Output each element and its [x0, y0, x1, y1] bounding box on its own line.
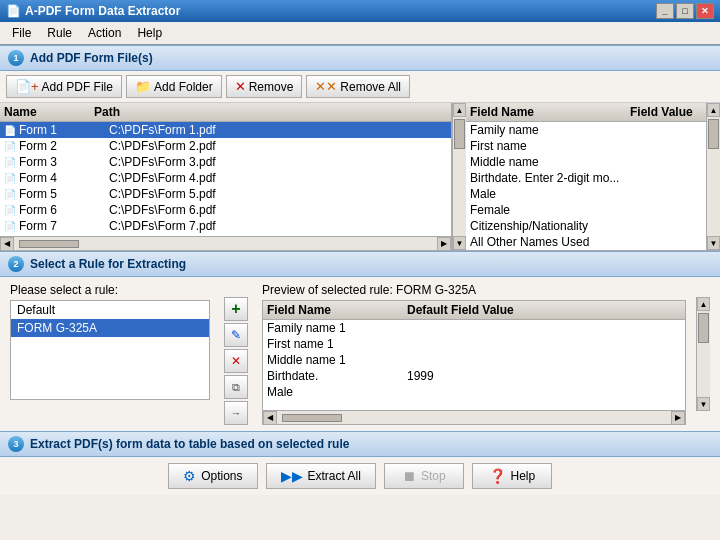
section3-title: Extract PDF(s) form data to table based … — [30, 437, 349, 451]
preview-vscroll-thumb[interactable] — [698, 313, 709, 343]
help-button[interactable]: ❓ Help — [472, 463, 552, 489]
section3-header: 3 Extract PDF(s) form data to table base… — [0, 431, 720, 457]
field-table-body[interactable]: Family nameFirst nameMiddle nameBirthdat… — [466, 122, 706, 250]
rule-edit-button[interactable]: ✎ — [224, 323, 248, 347]
preview-vscroll-down[interactable]: ▼ — [697, 397, 710, 411]
rule-item[interactable]: FORM G-325A — [11, 319, 209, 337]
extract-all-button[interactable]: ▶▶ Extract All — [266, 463, 376, 489]
field-row[interactable]: Family name — [466, 122, 706, 138]
close-button[interactable]: ✕ — [696, 3, 714, 19]
section2: 2 Select a Rule for Extracting Please se… — [0, 251, 720, 431]
title-bar: 📄 A-PDF Form Data Extractor _ □ ✕ — [0, 0, 720, 22]
section3: 3 Extract PDF(s) form data to table base… — [0, 431, 720, 495]
vscroll-thumb[interactable] — [454, 119, 465, 149]
file-row[interactable]: 📄Form 6C:\PDFs\Form 6.pdf — [0, 202, 451, 218]
files-vscroll[interactable]: ▲ ▼ — [452, 103, 466, 250]
col-preview-value: Default Field Value — [407, 303, 681, 317]
pdf-icon: 📄 — [4, 125, 16, 136]
main-content: 1 Add PDF Form File(s) 📄+ Add PDF File 📁… — [0, 45, 720, 540]
pdf-icon: 📄 — [4, 157, 16, 168]
minimize-button[interactable]: _ — [656, 3, 674, 19]
files-hscroll[interactable]: ◀ ▶ — [0, 236, 451, 250]
hscroll-thumb[interactable] — [19, 240, 79, 248]
field-row[interactable]: Citizenship/Nationality — [466, 218, 706, 234]
rule-item[interactable]: Default — [11, 301, 209, 319]
file-row[interactable]: 📄Form 3C:\PDFs\Form 3.pdf — [0, 154, 451, 170]
file-row[interactable]: 📄Form 2C:\PDFs\Form 2.pdf — [0, 138, 451, 154]
pdf-icon: 📄 — [4, 221, 16, 232]
preview-hscroll-track[interactable] — [277, 413, 671, 423]
hscroll-track[interactable] — [14, 239, 437, 249]
vscroll-track[interactable] — [453, 117, 466, 236]
preview-row[interactable]: Male — [263, 384, 685, 400]
field-row[interactable]: All Other Names Used (Incl... — [466, 234, 706, 250]
hscroll-right[interactable]: ▶ — [437, 237, 451, 251]
window-title: A-PDF Form Data Extractor — [25, 4, 180, 18]
field-row[interactable]: First name — [466, 138, 706, 154]
section2-content: Please select a rule: DefaultFORM G-325A… — [0, 277, 720, 431]
section1-header: 1 Add PDF Form File(s) — [0, 45, 720, 71]
add-folder-button[interactable]: 📁 Add Folder — [126, 75, 222, 98]
menu-action[interactable]: Action — [80, 24, 129, 42]
section2-title: Select a Rule for Extracting — [30, 257, 186, 271]
menu-file[interactable]: File — [4, 24, 39, 42]
field-row[interactable]: Birthdate. Enter 2-digit mo... — [466, 170, 706, 186]
col-preview-name: Field Name — [267, 303, 407, 317]
file-row[interactable]: 📄Form 7C:\PDFs\Form 7.pdf — [0, 218, 451, 234]
pdf-icon: 📄 — [4, 189, 16, 200]
field-vscroll-track[interactable] — [707, 117, 720, 236]
field-vscroll-thumb[interactable] — [708, 119, 719, 149]
preview-row[interactable]: Middle name 1 — [263, 352, 685, 368]
remove-all-icon: ✕✕ — [315, 79, 337, 94]
field-vscroll-down[interactable]: ▼ — [707, 236, 720, 250]
field-table-header: Field Name Field Value — [466, 103, 706, 122]
files-table-header: Name Path — [0, 103, 451, 122]
files-table-body[interactable]: 📄Form 1C:\PDFs\Form 1.pdf📄Form 2C:\PDFs\… — [0, 122, 451, 236]
add-folder-icon: 📁 — [135, 79, 151, 94]
rule-list[interactable]: DefaultFORM G-325A — [10, 300, 210, 400]
field-vscroll-up[interactable]: ▲ — [707, 103, 720, 117]
section1-title: Add PDF Form File(s) — [30, 51, 153, 65]
rule-export-button[interactable]: → — [224, 401, 248, 425]
preview-hscroll-thumb[interactable] — [282, 414, 342, 422]
app-icon: 📄 — [6, 4, 21, 18]
file-row[interactable]: 📄Form 4C:\PDFs\Form 4.pdf — [0, 170, 451, 186]
preview-vscroll-track[interactable] — [697, 311, 710, 397]
hscroll-left[interactable]: ◀ — [0, 237, 14, 251]
stop-button[interactable]: ⏹ Stop — [384, 463, 464, 489]
preview-body[interactable]: Family name 1First name 1Middle name 1Bi… — [263, 320, 685, 410]
menu-help[interactable]: Help — [129, 24, 170, 42]
preview-vscroll-up[interactable]: ▲ — [697, 297, 710, 311]
add-pdf-button[interactable]: 📄+ Add PDF File — [6, 75, 122, 98]
step3-circle: 3 — [8, 436, 24, 452]
preview-hscroll-right[interactable]: ▶ — [671, 411, 685, 425]
field-row[interactable]: Female — [466, 202, 706, 218]
field-row[interactable]: Male — [466, 186, 706, 202]
options-button[interactable]: ⚙ Options — [168, 463, 257, 489]
extract-icon: ▶▶ — [281, 468, 303, 484]
rule-add-button[interactable]: + — [224, 297, 248, 321]
preview-vscroll[interactable]: ▲ ▼ — [696, 297, 710, 411]
field-table: Field Name Field Value Family nameFirst … — [466, 103, 706, 250]
field-row[interactable]: Middle name — [466, 154, 706, 170]
file-row[interactable]: 📄Form 1C:\PDFs\Form 1.pdf — [0, 122, 451, 138]
menu-rule[interactable]: Rule — [39, 24, 80, 42]
remove-all-button[interactable]: ✕✕ Remove All — [306, 75, 410, 98]
maximize-button[interactable]: □ — [676, 3, 694, 19]
vscroll-down[interactable]: ▼ — [453, 236, 466, 250]
preview-row[interactable]: Family name 1 — [263, 320, 685, 336]
file-row[interactable]: 📄Form 5C:\PDFs\Form 5.pdf — [0, 186, 451, 202]
pdf-icon: 📄 — [4, 173, 16, 184]
rule-delete-button[interactable]: ✕ — [224, 349, 248, 373]
vscroll-up[interactable]: ▲ — [453, 103, 466, 117]
preview-row[interactable]: Birthdate.1999 — [263, 368, 685, 384]
col-name-header: Name — [4, 105, 94, 119]
col-fieldvalue-header: Field Value — [630, 105, 702, 119]
remove-button[interactable]: ✕ Remove — [226, 75, 303, 98]
rule-copy-button[interactable]: ⧉ — [224, 375, 248, 399]
preview-hscroll-left[interactable]: ◀ — [263, 411, 277, 425]
field-vscroll2[interactable]: ▲ ▼ — [706, 103, 720, 250]
rule-panel: Please select a rule: DefaultFORM G-325A — [10, 283, 210, 425]
preview-hscroll[interactable]: ◀ ▶ — [263, 410, 685, 424]
preview-row[interactable]: First name 1 — [263, 336, 685, 352]
